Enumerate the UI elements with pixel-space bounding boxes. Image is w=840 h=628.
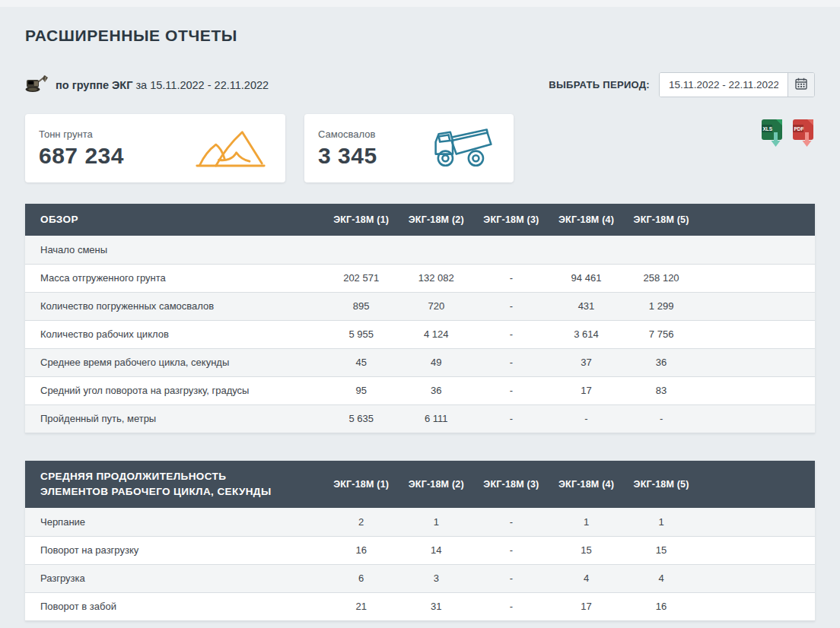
export-actions: XLS PDF <box>761 114 815 151</box>
cell-value: 5 955 <box>323 320 399 348</box>
cell-value: - <box>474 320 549 348</box>
table-header-row: ОБЗОР ЭКГ-18М (1)ЭКГ-18М (2)ЭКГ-18М (3)Э… <box>25 204 815 236</box>
period-control <box>659 72 815 97</box>
row-filler <box>698 564 815 592</box>
cell-value: - <box>474 564 549 592</box>
cell-value: - <box>474 536 549 564</box>
cell-value <box>399 236 474 264</box>
calendar-icon <box>795 78 807 92</box>
page-title: РАСШИРЕННЫЕ ОТЧЕТЫ <box>25 27 815 45</box>
row-label: Количество погруженных самосвалов <box>25 292 323 320</box>
period-selector: ВЫБРАТЬ ПЕРИОД: <box>549 72 815 97</box>
cell-value: 94 461 <box>549 264 624 292</box>
column-header: ЭКГ-18М (4) <box>549 204 624 236</box>
table-row: Масса отгруженного грунта202 571132 082-… <box>25 264 815 292</box>
cell-value: - <box>474 404 549 433</box>
column-header: ЭКГ-18М (2) <box>399 204 474 236</box>
stat-cards-row: Тонн грунта 687 234 Самосвалов 3 345 <box>25 114 815 182</box>
dump-truck-icon <box>428 123 495 173</box>
row-label: Поворот в забой <box>25 592 323 620</box>
period-input[interactable] <box>660 73 788 97</box>
row-filler <box>698 292 815 320</box>
cell-value: 3 <box>399 564 474 592</box>
cell-value: 36 <box>624 348 699 376</box>
cell-value: 1 <box>399 508 474 536</box>
top-strip <box>0 0 840 7</box>
cell-value: - <box>474 508 549 536</box>
subtitle-row: по группе ЭКГ за 15.11.2022 - 22.11.2022… <box>25 72 815 97</box>
excavator-icon <box>25 74 49 96</box>
stat-label: Самосвалов <box>318 128 377 140</box>
cell-value: 7 756 <box>624 320 699 348</box>
pdf-download-icon[interactable]: PDF <box>792 117 815 151</box>
cell-value: 4 124 <box>399 320 474 348</box>
table-row: Средний угол поворота на разгрузку, град… <box>25 376 815 404</box>
report-scope-text: по группе ЭКГ за 15.11.2022 - 22.11.2022 <box>56 79 269 91</box>
cell-value: 1 <box>549 508 624 536</box>
cell-value: 5 635 <box>323 404 399 433</box>
cell-value: 16 <box>323 536 399 564</box>
cell-value: 1 299 <box>624 292 699 320</box>
column-header: ЭКГ-18М (4) <box>549 461 624 509</box>
column-header: ЭКГ-18М (3) <box>474 204 549 236</box>
row-label: Средний угол поворота на разгрузку, град… <box>25 376 323 404</box>
stat-card-dump-trucks: Самосвалов 3 345 <box>304 114 514 182</box>
table-title: ОБЗОР <box>25 204 323 236</box>
cell-value: 37 <box>549 348 624 376</box>
table-row: Разгрузка63-44 <box>25 564 815 592</box>
table-row: Среднее время рабочего цикла, секунды454… <box>25 348 815 376</box>
group-label: по группе ЭКГ <box>56 79 132 91</box>
stat-value: 3 345 <box>318 143 377 169</box>
cell-value: 83 <box>624 376 699 404</box>
overview-table: ОБЗОР ЭКГ-18М (1)ЭКГ-18М (2)ЭКГ-18М (3)Э… <box>25 204 815 433</box>
svg-text:PDF: PDF <box>794 126 804 132</box>
cell-value: - <box>474 376 549 404</box>
cell-value <box>549 236 624 264</box>
svg-text:XLS: XLS <box>763 126 773 132</box>
row-filler <box>698 376 815 404</box>
row-filler <box>698 592 815 620</box>
cell-value: 202 571 <box>323 264 399 292</box>
cell-value: - <box>474 264 549 292</box>
mound-icon <box>194 123 267 173</box>
cell-value: 45 <box>323 348 399 376</box>
cell-value: 431 <box>549 292 624 320</box>
cell-value: 132 082 <box>399 264 474 292</box>
column-header: ЭКГ-18М (3) <box>474 461 549 509</box>
calendar-button[interactable] <box>788 73 814 97</box>
cell-value: 95 <box>323 376 399 404</box>
cell-value: 4 <box>624 564 699 592</box>
page-container: РАСШИРЕННЫЕ ОТЧЕТЫ по группе ЭКГ за 15.1… <box>0 27 840 621</box>
column-header: ЭКГ-18М (2) <box>399 461 474 509</box>
cell-value: - <box>474 292 549 320</box>
xls-download-icon[interactable]: XLS <box>761 117 784 151</box>
stat-label: Тонн грунта <box>39 128 124 140</box>
cell-value: 17 <box>549 376 624 404</box>
table-row: Количество рабочих циклов5 9554 124-3 61… <box>25 320 815 348</box>
row-filler <box>698 348 815 376</box>
header-filler <box>698 204 815 236</box>
table-row: Количество погруженных самосвалов895720-… <box>25 292 815 320</box>
row-label: Начало смены <box>25 236 323 264</box>
cell-value: 895 <box>323 292 399 320</box>
column-header: ЭКГ-18М (5) <box>624 461 699 509</box>
table-header-row: СРЕДНЯЯ ПРОДОЛЖИТЕЛЬНОСТЬ ЭЛЕМЕНТОВ РАБО… <box>25 461 815 509</box>
cell-value: 258 120 <box>624 264 699 292</box>
cell-value <box>474 236 549 264</box>
table-row: Черпание21-11 <box>25 508 815 536</box>
cell-value: 31 <box>399 592 474 620</box>
cell-value: 36 <box>399 376 474 404</box>
row-label: Разгрузка <box>25 564 323 592</box>
header-filler <box>698 461 815 509</box>
row-label: Среднее время рабочего цикла, секунды <box>25 348 323 376</box>
stat-value: 687 234 <box>39 143 124 169</box>
cell-value: 14 <box>399 536 474 564</box>
row-filler <box>698 508 815 536</box>
row-label: Масса отгруженного грунта <box>25 264 323 292</box>
cell-value: - <box>549 404 624 433</box>
cell-value <box>323 236 399 264</box>
cell-value: - <box>474 592 549 620</box>
row-filler <box>698 320 815 348</box>
cell-value: 6 <box>323 564 399 592</box>
cell-value: 21 <box>323 592 399 620</box>
